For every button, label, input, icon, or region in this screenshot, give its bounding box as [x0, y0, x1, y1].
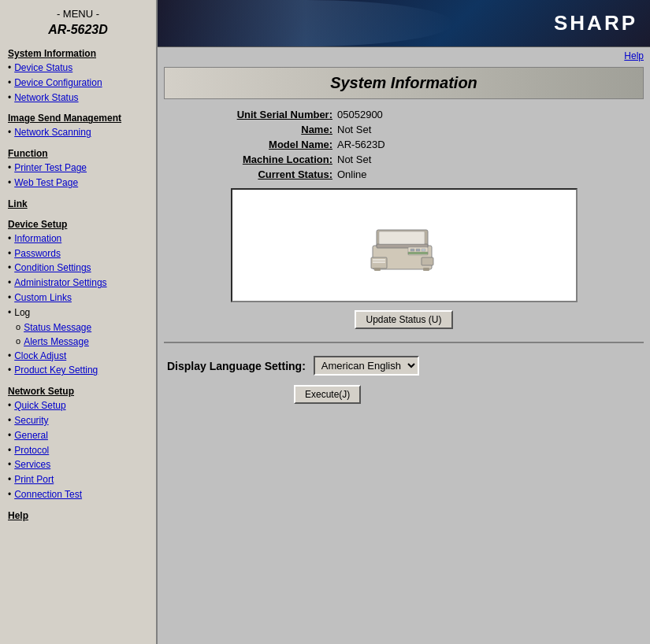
bullet-icon: • [8, 76, 11, 90]
content-area: System Information Unit Serial Number: 0… [158, 64, 650, 413]
sidebar-link-network-status[interactable]: Network Status [14, 91, 86, 104]
sidebar-item-printer-test[interactable]: • Printer Test Page [0, 161, 156, 176]
sidebar-item-admin-settings[interactable]: • Administrator Settings [0, 276, 156, 291]
sidebar-link-device-status[interactable]: Device Status [14, 61, 80, 74]
svg-rect-12 [373, 261, 385, 261]
page-title-bar: System Information [164, 67, 644, 99]
bullet-icon: • [8, 473, 11, 487]
svg-rect-10 [408, 252, 428, 254]
sidebar-link-printer-test[interactable]: Printer Test Page [14, 161, 95, 174]
sidebar-item-condition-settings[interactable]: • Condition Settings [0, 261, 156, 276]
bullet-icon: • [8, 61, 11, 75]
sidebar-item-services[interactable]: • Services [0, 457, 156, 472]
status-value: Online [337, 168, 367, 180]
sidebar-link-information[interactable]: Information [14, 232, 69, 245]
model-label: Model Name: [164, 139, 337, 150]
sidebar: - MENU - AR-5623D System Information • D… [0, 0, 158, 644]
info-row-status: Current Status: Online [164, 168, 644, 180]
sidebar-link-protocol[interactable]: Protocol [14, 444, 57, 457]
sidebar-link-general[interactable]: General [14, 429, 56, 442]
sidebar-link-security[interactable]: Security [14, 414, 56, 427]
sidebar-item-log: • Log [0, 305, 156, 320]
sidebar-header-device-setup: Device Setup [0, 214, 156, 231]
sidebar-section-function: Function • Printer Test Page • Web Test … [0, 143, 156, 194]
info-row-serial: Unit Serial Number: 05052900 [164, 109, 644, 120]
sidebar-item-protocol[interactable]: • Protocol [0, 443, 156, 458]
model-value: AR-5623D [337, 139, 385, 150]
sidebar-link-passwords[interactable]: Passwords [14, 247, 69, 260]
sidebar-item-connection-test[interactable]: • Connection Test [0, 487, 156, 502]
location-label: Machine Location: [164, 154, 337, 165]
sidebar-section-device-setup: Device Setup • Information • Passwords •… [0, 214, 156, 381]
sidebar-item-clock-adjust[interactable]: • Clock Adjust [0, 349, 156, 364]
sub-bullet-icon: o [16, 321, 20, 333]
sidebar-item-device-configuration[interactable]: • Device Configuration [0, 76, 156, 91]
sidebar-item-network-status[interactable]: • Network Status [0, 91, 156, 105]
menu-label: - MENU - [0, 6, 156, 21]
sidebar-section-help: Help [0, 505, 156, 526]
bullet-icon: • [8, 399, 11, 413]
sidebar-item-quick-setup[interactable]: • Quick Setup [0, 398, 156, 413]
update-status-button[interactable]: Update Status (U) [355, 310, 452, 329]
svg-rect-13 [373, 262, 385, 263]
language-setting-label: Display Language Setting: [167, 360, 306, 372]
bullet-icon: • [8, 91, 11, 105]
sidebar-header-system-info: System Information [0, 43, 156, 61]
sidebar-link-custom-links[interactable]: Custom Links [14, 291, 80, 304]
sidebar-link-network-scanning[interactable]: Network Scanning [14, 126, 98, 139]
bullet-icon: • [8, 291, 11, 305]
sidebar-link-product-key[interactable]: Product Key Setting [14, 364, 106, 376]
sidebar-header-help: Help [0, 505, 156, 523]
sidebar-header-image-send: Image Send Management [0, 108, 156, 125]
bullet-icon: • [8, 458, 11, 472]
sidebar-item-network-scanning[interactable]: • Network Scanning [0, 125, 156, 140]
bullet-icon: • [8, 488, 11, 502]
bullet-icon: • [8, 414, 11, 427]
svg-rect-8 [416, 249, 420, 251]
info-row-name: Name: Not Set [164, 124, 644, 135]
sidebar-link-alerts-message[interactable]: Alerts Message [24, 335, 97, 348]
sidebar-item-web-test[interactable]: • Web Test Page [0, 176, 156, 191]
sidebar-link-print-port[interactable]: Print Port [14, 473, 61, 486]
sidebar-item-print-port[interactable]: • Print Port [0, 472, 156, 487]
sidebar-link-connection-test[interactable]: Connection Test [14, 488, 90, 501]
bullet-icon: • [8, 126, 11, 139]
bullet-icon: • [8, 276, 11, 290]
sidebar-item-security[interactable]: • Security [0, 413, 156, 428]
serial-label: Unit Serial Number: [164, 109, 337, 120]
sidebar-link-clock-adjust[interactable]: Clock Adjust [14, 350, 74, 362]
help-link[interactable]: Help [624, 50, 644, 61]
banner-decoration [158, 0, 453, 46]
sidebar-item-product-key[interactable]: • Product Key Setting [0, 363, 156, 378]
sidebar-link-device-configuration[interactable]: Device Configuration [14, 76, 110, 89]
svg-rect-15 [423, 268, 429, 271]
printer-image-box [231, 188, 578, 302]
sidebar-item-information[interactable]: • Information [0, 231, 156, 246]
sidebar-item-alerts-message[interactable]: o Alerts Message [0, 335, 156, 349]
language-select[interactable]: American English French German Spanish I… [314, 356, 419, 376]
sidebar-section-link: Link [0, 194, 156, 214]
sidebar-item-general[interactable]: • General [0, 428, 156, 443]
sidebar-item-status-message[interactable]: o Status Message [0, 320, 156, 335]
sidebar-link-services[interactable]: Services [14, 458, 58, 471]
sidebar-link-web-test[interactable]: Web Test Page [14, 176, 86, 189]
sharp-logo: SHARP [554, 11, 637, 35]
sidebar-link-admin-settings[interactable]: Administrator Settings [14, 276, 114, 289]
sidebar-link-quick-setup[interactable]: Quick Setup [14, 399, 73, 412]
execute-button[interactable]: Execute(J) [294, 385, 361, 404]
sidebar-link-condition-settings[interactable]: Condition Settings [14, 261, 98, 274]
sidebar-item-device-status[interactable]: • Device Status [0, 61, 156, 76]
main-content: SHARP Help System Information Unit Seria… [158, 0, 650, 644]
sidebar-log-label: Log [14, 306, 38, 319]
bullet-icon: • [8, 364, 11, 377]
name-label: Name: [164, 124, 337, 135]
header-banner: SHARP [158, 0, 650, 47]
execute-btn-row: Execute(J) [164, 382, 644, 410]
sidebar-header-link: Link [0, 194, 156, 211]
bullet-icon: • [8, 176, 11, 190]
sidebar-item-custom-links[interactable]: • Custom Links [0, 291, 156, 305]
sidebar-item-passwords[interactable]: • Passwords [0, 246, 156, 261]
device-name: AR-5623D [0, 21, 156, 43]
svg-rect-9 [422, 249, 425, 251]
sidebar-link-status-message[interactable]: Status Message [24, 321, 99, 334]
